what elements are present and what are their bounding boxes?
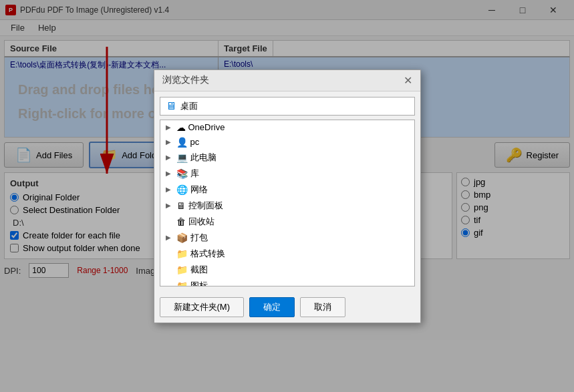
- tree-label-pc: pc: [190, 137, 200, 147]
- tree-arrow-network: ▶: [166, 186, 174, 193]
- tree-label-trash: 回收站: [188, 216, 214, 228]
- tree-icon-library: 📚: [176, 168, 188, 179]
- tree-item-network[interactable]: ▶ 🌐 网络: [160, 182, 414, 198]
- dialog-body: 🖥 桌面 ▶ ☁ OneDrive ▶ 👤 pc: [154, 91, 420, 292]
- tree-item-trash[interactable]: ▶ 🗑 回收站: [160, 214, 414, 230]
- dialog-location-bar: 🖥 桌面: [160, 97, 415, 116]
- dialog-title-bar: 浏览文件夹 ✕: [154, 70, 420, 91]
- dialog-title: 浏览文件夹: [162, 74, 209, 86]
- tree-label-thispc: 此电脑: [190, 152, 217, 164]
- browse-folder-dialog: 浏览文件夹 ✕ 🖥 桌面 ▶ ☁ OneDrive: [154, 69, 421, 323]
- tree-label-icons: 图标: [190, 280, 208, 286]
- tree-item-onedrive[interactable]: ▶ ☁ OneDrive: [160, 120, 414, 135]
- dialog-overlay: 浏览文件夹 ✕ 🖥 桌面 ▶ ☁ OneDrive: [0, 0, 574, 392]
- tree-label-screenshot: 截图: [190, 264, 208, 276]
- tree-item-pc[interactable]: ▶ 👤 pc: [160, 135, 414, 150]
- new-folder-button[interactable]: 新建文件夹(M): [160, 297, 245, 317]
- tree-label-library: 库: [190, 168, 199, 180]
- tree-icon-onedrive: ☁: [176, 122, 186, 133]
- main-container: P PDFdu PDF To Image (Unregistered) v1.4…: [0, 0, 574, 392]
- dialog-close-button[interactable]: ✕: [404, 74, 412, 87]
- tree-arrow-thispc: ▶: [166, 154, 174, 161]
- tree-arrow-trash: ▶: [166, 218, 174, 225]
- tree-item-icons[interactable]: ▶ 📁 图标: [160, 278, 414, 286]
- tree-label-pack: 打包: [190, 232, 208, 244]
- tree-arrow-control-panel: ▶: [166, 202, 174, 209]
- tree-icon-network: 🌐: [176, 184, 188, 195]
- tree-label-network: 网络: [190, 184, 208, 196]
- tree-item-pack[interactable]: ▶ 📦 打包: [160, 230, 414, 246]
- tree-icon-screenshot: 📁: [176, 264, 188, 275]
- tree-arrow-screenshot: ▶: [166, 266, 174, 273]
- tree-icon-control-panel: 🖥: [176, 200, 186, 211]
- tree-item-format-convert[interactable]: ▶ 📁 格式转换: [160, 246, 414, 262]
- tree-icon-pack: 📦: [176, 232, 188, 243]
- tree-item-library[interactable]: ▶ 📚 库: [160, 166, 414, 182]
- tree-label-format-convert: 格式转换: [190, 248, 225, 260]
- dialog-footer: 新建文件夹(M) 确定 取消: [154, 292, 420, 323]
- file-tree[interactable]: ▶ ☁ OneDrive ▶ 👤 pc ▶ 💻 此电脑: [160, 120, 415, 286]
- tree-item-control-panel[interactable]: ▶ 🖥 控制面板: [160, 198, 414, 214]
- tree-icon-icons: 📁: [176, 280, 188, 286]
- tree-item-screenshot[interactable]: ▶ 📁 截图: [160, 262, 414, 278]
- tree-arrow-pc: ▶: [166, 138, 174, 146]
- location-icon: 🖥: [166, 100, 176, 112]
- tree-arrow-pack: ▶: [166, 234, 174, 241]
- tree-icon-pc: 👤: [176, 137, 188, 148]
- cancel-button[interactable]: 取消: [300, 297, 345, 317]
- tree-item-thispc[interactable]: ▶ 💻 此电脑: [160, 150, 414, 166]
- confirm-button[interactable]: 确定: [249, 297, 295, 317]
- tree-icon-thispc: 💻: [176, 152, 188, 163]
- tree-label-onedrive: OneDrive: [188, 122, 225, 132]
- tree-arrow-format-convert: ▶: [166, 250, 174, 257]
- tree-icon-format-convert: 📁: [176, 248, 188, 259]
- tree-arrow-onedrive: ▶: [166, 124, 174, 131]
- tree-label-control-panel: 控制面板: [188, 200, 223, 212]
- tree-arrow-icons: ▶: [166, 282, 174, 286]
- location-label: 桌面: [180, 100, 198, 112]
- tree-arrow-library: ▶: [166, 170, 174, 177]
- tree-icon-trash: 🗑: [176, 216, 186, 227]
